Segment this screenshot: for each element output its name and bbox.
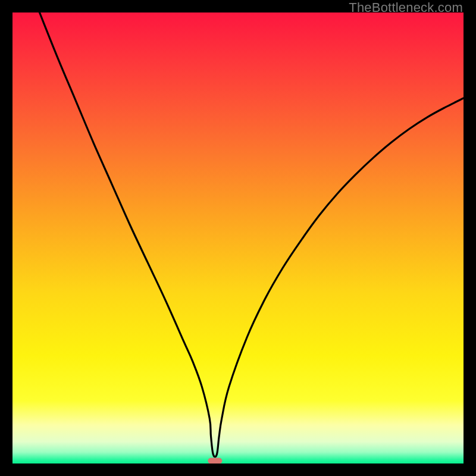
bottleneck-chart	[12, 12, 464, 464]
chart-frame: TheBottleneck.com	[0, 0, 476, 476]
optimal-marker	[208, 458, 222, 464]
plot-area	[12, 12, 464, 464]
gradient-background	[12, 12, 464, 464]
watermark-text: TheBottleneck.com	[349, 0, 463, 15]
